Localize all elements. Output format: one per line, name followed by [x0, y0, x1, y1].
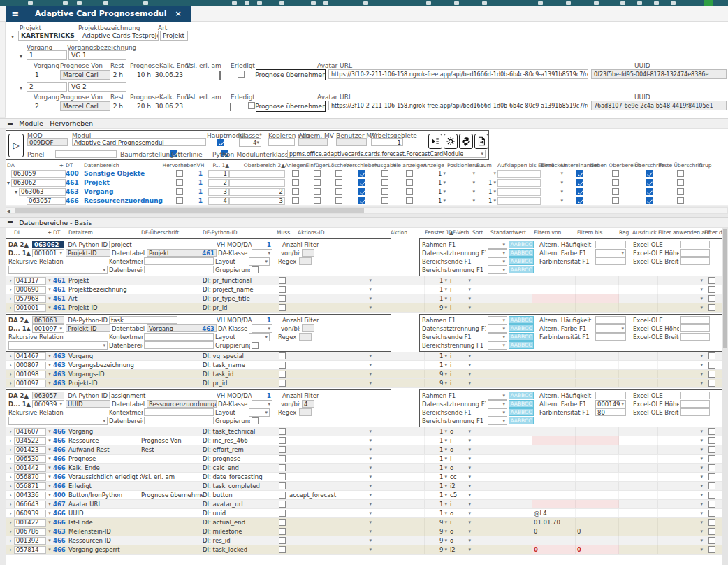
da-id-field[interactable]: 063057 — [32, 392, 64, 399]
alt-farbe-select[interactable]: 000149▾ — [595, 400, 626, 408]
df-ueberschrift-value[interactable]: Prognose übernehmen — [141, 492, 203, 499]
chevron-down-icon[interactable]: ▾ — [46, 547, 53, 552]
row-expander-icon[interactable]: › — [7, 492, 14, 499]
farbintensitaet-field[interactable] — [595, 257, 626, 265]
da-input[interactable]: 063059 — [11, 170, 66, 178]
einfuegen-checkbox[interactable] — [314, 179, 321, 186]
datenbereich-name[interactable]: Ressourcenzuordnung — [84, 197, 166, 204]
row-expander-icon[interactable]: › — [7, 447, 14, 453]
row-expander-icon[interactable]: › — [7, 501, 14, 508]
neben-oberbereich-checkbox[interactable] — [612, 179, 619, 186]
vorgang-field[interactable]: 2 — [27, 82, 67, 92]
layout-select[interactable]: ▾ — [249, 408, 270, 417]
position-input[interactable]: 2 — [208, 179, 229, 187]
row-expander-icon[interactable]: › — [7, 520, 14, 526]
dataitem-row[interactable]: › 060939 ▾ 466 UUID DI: uuid ▾ 1▾ o▾ @L4… — [6, 509, 722, 518]
reg-ausdruck-cell[interactable] — [619, 482, 658, 490]
prognose-uebernehmen-button[interactable]: Prognose übernehmen — [256, 69, 326, 80]
ueberschrift-checkbox[interactable] — [646, 188, 653, 195]
neben-oberbereich-checkbox[interactable] — [612, 170, 619, 177]
di-input[interactable]: 066643 — [14, 501, 46, 508]
filter-anwenden-select[interactable]: ▾ — [658, 519, 704, 527]
fenster-select[interactable]: 1▾ — [425, 277, 449, 285]
chevron-down-icon[interactable]: ▾ — [46, 492, 53, 498]
filter-anwenden-select[interactable]: ▾ — [658, 482, 704, 490]
toolbar-icon-stub[interactable] — [566, 1, 571, 5]
aktions-id-select[interactable]: ▾ — [288, 501, 373, 508]
chevron-down-icon[interactable]: ▾ — [46, 296, 53, 301]
scrollbar-thumb[interactable] — [723, 229, 727, 348]
di-input[interactable]: 001392 — [14, 537, 46, 545]
df-verh-select[interactable]: i▾ — [449, 501, 472, 508]
df-verh-select[interactable]: c5▾ — [449, 492, 472, 499]
di-input[interactable]: 041317 — [14, 277, 46, 285]
df-verh-select[interactable]: i▾ — [449, 519, 472, 527]
muss-checkbox[interactable] — [279, 352, 286, 359]
filter-deak-checkbox[interactable] — [708, 371, 715, 378]
filtern-bis-cell[interactable] — [576, 455, 619, 463]
standardwert-cell[interactable] — [490, 500, 532, 508]
nie-anzeigen-checkbox[interactable] — [406, 170, 413, 177]
di-input[interactable]: 001422 — [14, 519, 46, 527]
d1-select[interactable]: 001001▾ — [32, 249, 64, 257]
muss-checkbox[interactable] — [279, 510, 286, 517]
kopieren-von-field[interactable] — [268, 138, 295, 146]
chevron-down-icon[interactable]: ▾ — [46, 447, 53, 452]
filter-deak-checkbox[interactable] — [708, 528, 715, 535]
toolbar-icon-stub[interactable] — [257, 1, 262, 5]
dataitem-row[interactable]: › 001392 ▾ 466 Ressourcen-ID DI: res_id … — [6, 536, 722, 545]
reg-ausdruck-cell[interactable] — [619, 352, 658, 360]
standardwert-cell[interactable] — [490, 527, 532, 536]
filter-deak-checkbox[interactable] — [708, 510, 715, 517]
toolbar-icon-stub[interactable] — [538, 1, 543, 5]
einruecken-select[interactable]: ▾ — [541, 188, 565, 196]
verschieben-checkbox[interactable] — [358, 197, 365, 204]
da-klasse-select[interactable]: ▾ — [252, 249, 272, 257]
reg-ausdruck-cell[interactable] — [619, 509, 658, 517]
untereinander-checkbox[interactable] — [576, 179, 583, 186]
muss-checkbox[interactable] — [279, 277, 286, 284]
dataitem-row[interactable]: › 041467 ▾ 463 Vorgang DI: vg_special ▾ … — [6, 352, 722, 361]
positionierung-select[interactable]: ▾ — [447, 170, 476, 178]
toolbar-icon-stub[interactable] — [103, 1, 108, 5]
filtern-bis-cell[interactable] — [576, 500, 619, 508]
filter-deak-checkbox[interactable] — [708, 473, 715, 480]
fenster-select[interactable]: 1▾ — [425, 473, 449, 481]
filter-deak-checkbox[interactable] — [708, 352, 715, 359]
loeschen-checkbox[interactable] — [335, 188, 342, 195]
row-expander-icon[interactable]: › — [7, 287, 14, 293]
reg-ausdruck-cell[interactable] — [619, 361, 658, 369]
toolbar-icon-stub[interactable] — [426, 1, 431, 5]
df-verh-select[interactable]: o▾ — [449, 464, 472, 472]
chevron-down-icon[interactable]: ▾ — [46, 465, 53, 471]
einfuegen-checkbox[interactable] — [314, 197, 321, 204]
baum-select[interactable]: 1▾ — [476, 179, 497, 187]
filtern-bis-cell[interactable] — [576, 518, 619, 527]
standardwert-cell[interactable] — [490, 370, 532, 378]
filter-deak-checkbox[interactable] — [708, 537, 715, 544]
datensatztrennung-select[interactable]: ▾ — [488, 249, 507, 257]
dataitem-row[interactable]: › 001001 ▾ 461 Projekt-ID DI: pr_id ▾ 9▾… — [6, 303, 722, 313]
df-verh-select[interactable]: o▾ — [449, 446, 472, 454]
tab-close-icon[interactable]: × — [175, 9, 182, 18]
calendar-icon[interactable] — [230, 103, 231, 111]
filter-anwenden-select[interactable]: ▾ — [658, 295, 704, 303]
fenster-select[interactable]: 1▾ — [425, 455, 449, 463]
reg-ausdruck-cell[interactable] — [619, 536, 658, 545]
filtern-von-cell[interactable] — [532, 491, 576, 499]
filtern-bis-cell[interactable]: 0 — [576, 545, 619, 554]
toolbar-icon-stub[interactable] — [594, 1, 599, 5]
rahmen-select[interactable]: ▾ — [488, 241, 507, 249]
vorgangsbezeichnung-field[interactable]: VG 1 — [68, 50, 126, 60]
alt-haeufigkeit-field[interactable] — [595, 392, 626, 399]
neben-oberbereich-checkbox[interactable] — [612, 188, 619, 195]
chevron-down-icon[interactable]: ▾ — [46, 305, 53, 310]
fenster-select[interactable]: 1▾ — [425, 464, 449, 472]
reg-ausdruck-cell[interactable] — [619, 455, 658, 463]
bereichstrennung-select[interactable]: ▾ — [488, 341, 507, 350]
muss-checkbox[interactable] — [279, 446, 286, 453]
filter-anwenden-select[interactable]: ▾ — [658, 428, 704, 436]
muss-checkbox[interactable] — [279, 464, 286, 471]
row-expander-icon[interactable]: › — [7, 296, 14, 302]
verschieben-checkbox[interactable] — [358, 170, 365, 177]
